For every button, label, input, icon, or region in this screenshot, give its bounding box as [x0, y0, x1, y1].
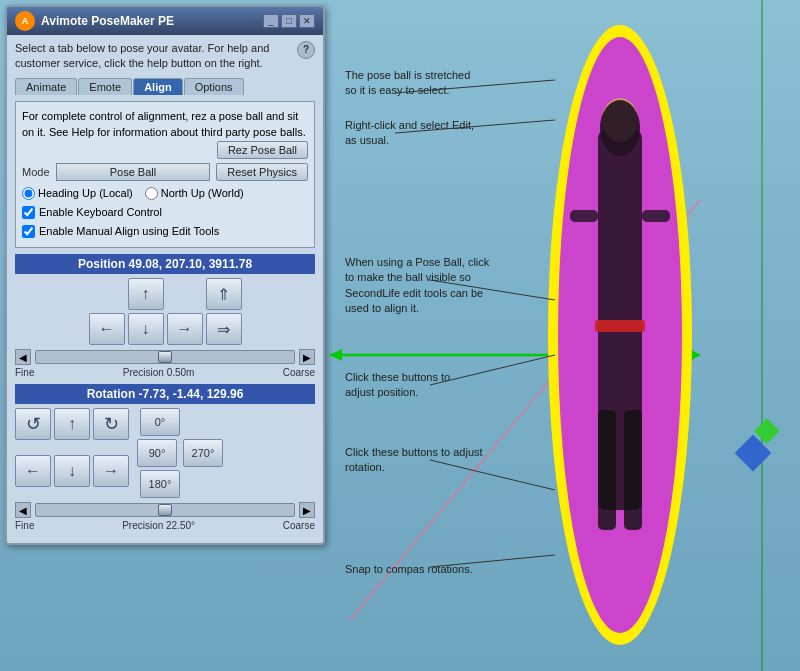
instruction-text: For complete control of alignment, rez a…: [22, 110, 306, 139]
pos-right-button[interactable]: →: [167, 313, 203, 345]
titlebar-buttons: _ □ ✕: [263, 14, 315, 28]
position-slider-row: ◀ ▶: [15, 349, 315, 365]
rez-pose-ball-button[interactable]: Rez Pose Ball: [217, 141, 308, 159]
checkbox-keyboard-row: Enable Keyboard Control: [22, 204, 308, 221]
annotation-adjust-position: Click these buttons to adjust position.: [345, 370, 505, 401]
main-panel: A Avimote PoseMaker PE _ □ ✕ Select a ta…: [5, 5, 325, 545]
rot-down-button[interactable]: ↓: [54, 455, 90, 487]
annotation-adjust-rotation: Click these buttons to adjust rotation.: [345, 445, 510, 476]
tab-align[interactable]: Align: [133, 78, 183, 95]
snap-180-button[interactable]: 180°: [140, 470, 180, 498]
pos-slider-right-button[interactable]: ▶: [299, 349, 315, 365]
app-title: Avimote PoseMaker PE: [41, 14, 174, 28]
rot-cw-up-button[interactable]: ↻: [93, 408, 129, 440]
pos-up-button[interactable]: ↑: [128, 278, 164, 310]
position-slider-labels: Fine Precision 0.50m Coarse: [15, 367, 315, 378]
radio-north-up-input[interactable]: [145, 187, 158, 200]
svg-rect-10: [570, 210, 598, 222]
rotation-slider-labels: Fine Precision 22.50° Coarse: [15, 520, 315, 531]
checkbox-keyboard[interactable]: [22, 206, 35, 219]
radio-north-label: North Up (World): [161, 185, 244, 202]
snap-row-3: 180°: [137, 470, 223, 498]
snap-270-button[interactable]: 270°: [183, 439, 223, 467]
rotation-arrows: ↺ ↑ ↻ ← ↓ →: [15, 408, 129, 498]
pos-down-button[interactable]: ↓: [128, 313, 164, 345]
help-text-row: Select a tab below to pose your avatar. …: [15, 41, 315, 72]
rotation-bar: Rotation -7.73, -1.44, 129.96: [15, 384, 315, 404]
checkbox-manual-row: Enable Manual Align using Edit Tools: [22, 223, 308, 240]
rot-fine-label: Fine: [15, 520, 34, 531]
mode-value-button[interactable]: Pose Ball: [56, 163, 211, 181]
minimize-button[interactable]: _: [263, 14, 279, 28]
rotation-slider[interactable]: [35, 503, 295, 517]
rot-slider-left-button[interactable]: ◀: [15, 502, 31, 518]
tab-emote[interactable]: Emote: [78, 78, 132, 95]
rot-left-button[interactable]: ←: [15, 455, 51, 487]
position-bar: Position 49.08, 207.10, 3911.78: [15, 254, 315, 274]
pos-precision-label: Precision 0.50m: [123, 367, 195, 378]
annotation-pose-ball-visible: When using a Pose Ball, click to make th…: [345, 255, 540, 317]
pos-slider-left-button[interactable]: ◀: [15, 349, 31, 365]
titlebar-left: A Avimote PoseMaker PE: [15, 11, 174, 31]
rot-slider-right-button[interactable]: ▶: [299, 502, 315, 518]
annotation-snap-compass: Snap to compas rotations.: [345, 562, 510, 577]
rot-precision-label: Precision 22.50°: [122, 520, 195, 531]
annotation-right-click-edit: Right-click and select Edit, as usual.: [345, 118, 525, 149]
tab-options[interactable]: Options: [184, 78, 244, 95]
rot-coarse-label: Coarse: [283, 520, 315, 531]
rez-row: Rez Pose Ball: [22, 141, 308, 159]
rotation-snap-buttons: 0° 90° 270° 180°: [137, 408, 223, 498]
app-icon: A: [15, 11, 35, 31]
annotation-pose-ball-stretched: The pose ball is stretched so it is easy…: [345, 68, 535, 99]
mode-row: Mode Pose Ball Reset Physics: [22, 163, 308, 181]
svg-rect-11: [642, 210, 670, 222]
position-slider[interactable]: [35, 350, 295, 364]
radio-heading-label: Heading Up (Local): [38, 185, 133, 202]
titlebar: A Avimote PoseMaker PE _ □ ✕: [7, 7, 323, 35]
checkbox-manual-label: Enable Manual Align using Edit Tools: [39, 223, 219, 240]
pos-left-button[interactable]: ←: [89, 313, 125, 345]
avatar-surfboard: [540, 10, 700, 660]
rot-right-button[interactable]: →: [93, 455, 129, 487]
snap-90-button[interactable]: 90°: [137, 439, 177, 467]
position-arrow-grid: ↑ ⇑ ← ↓ → ⇒: [15, 278, 315, 345]
pos-coarse-label: Coarse: [283, 367, 315, 378]
rotation-slider-thumb[interactable]: [158, 504, 172, 516]
panel-body: Select a tab below to pose your avatar. …: [7, 35, 323, 543]
svg-rect-12: [595, 320, 645, 332]
svg-rect-13: [598, 410, 616, 530]
mode-label: Mode: [22, 164, 50, 181]
rot-up-button[interactable]: ↑: [54, 408, 90, 440]
snap-0-button[interactable]: 0°: [140, 408, 180, 436]
close-button[interactable]: ✕: [299, 14, 315, 28]
radio-group: Heading Up (Local) North Up (World): [22, 185, 244, 202]
rotation-slider-row: ◀ ▶: [15, 502, 315, 518]
checkbox-manual[interactable]: [22, 225, 35, 238]
help-text-content: Select a tab below to pose your avatar. …: [15, 41, 291, 72]
radio-heading-up[interactable]: Heading Up (Local): [22, 185, 133, 202]
radio-north-up[interactable]: North Up (World): [145, 185, 244, 202]
svg-rect-14: [624, 410, 642, 530]
checkbox-keyboard-label: Enable Keyboard Control: [39, 204, 162, 221]
pos-right-fast-button[interactable]: ⇒: [206, 313, 242, 345]
pos-fine-label: Fine: [15, 367, 34, 378]
radio-heading-up-input[interactable]: [22, 187, 35, 200]
pos-up-fast-button[interactable]: ⇑: [206, 278, 242, 310]
tabs-row: Animate Emote Align Options: [15, 78, 315, 95]
rotation-grid: ↺ ↑ ↻ ← ↓ → 0° 90° 270°: [15, 408, 315, 498]
rot-ccw-up-button[interactable]: ↺: [15, 408, 51, 440]
maximize-button[interactable]: □: [281, 14, 297, 28]
snap-row-2: 90° 270°: [137, 439, 223, 467]
svg-point-9: [600, 100, 640, 156]
reset-physics-button[interactable]: Reset Physics: [216, 163, 308, 181]
align-instruction: For complete control of alignment, rez a…: [15, 101, 315, 249]
radio-row: Heading Up (Local) North Up (World): [22, 185, 308, 202]
tab-animate[interactable]: Animate: [15, 78, 77, 95]
snap-row-1: 0°: [137, 408, 223, 436]
help-button[interactable]: ?: [297, 41, 315, 59]
position-slider-thumb[interactable]: [158, 351, 172, 363]
